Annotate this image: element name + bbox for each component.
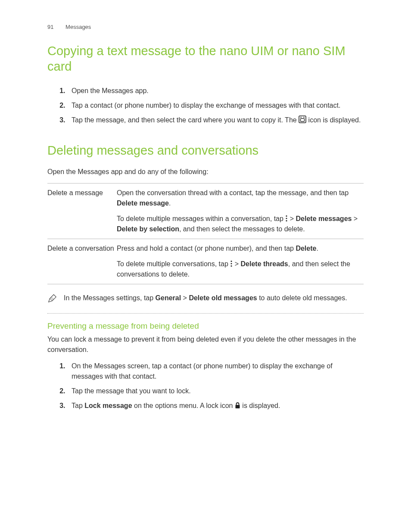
cell-paragraph: Press and hold a contact (or phone numbe… — [117, 243, 361, 254]
row-content: Press and hold a contact (or phone numbe… — [117, 239, 364, 284]
step-item: Tap Lock message on the options menu. A … — [67, 401, 364, 411]
cell-paragraph: To delete multiple messages within a con… — [117, 214, 361, 234]
step-item: Tap a contact (or phone number) to displ… — [67, 100, 364, 111]
svg-point-6 — [286, 220, 287, 221]
svg-point-4 — [286, 215, 287, 217]
svg-point-8 — [231, 263, 232, 264]
svg-point-9 — [231, 265, 232, 267]
steps-prevent-delete: On the Messages screen, tap a contact (o… — [47, 361, 364, 411]
table-row: Delete a conversation Press and hold a c… — [47, 239, 364, 284]
note-text: In the Messages settings, tap General > … — [64, 293, 347, 303]
svg-rect-10 — [235, 405, 240, 408]
note-block: In the Messages settings, tap General > … — [47, 293, 364, 314]
intro-text: You can lock a message to prevent it fro… — [47, 334, 364, 355]
sim-card-icon — [299, 115, 306, 123]
pencil-icon — [47, 293, 64, 306]
svg-rect-2 — [300, 117, 302, 117]
page-number: 91 — [47, 24, 53, 30]
cell-paragraph: Open the conversation thread with a cont… — [117, 188, 361, 208]
deletion-table: Delete a message Open the conversation t… — [47, 183, 364, 284]
row-label: Delete a message — [47, 183, 117, 239]
svg-point-7 — [231, 261, 232, 262]
step-text: icon is displayed. — [308, 116, 361, 124]
step-item: Open the Messages app. — [67, 86, 364, 96]
step-item: Tap the message that you want to lock. — [67, 386, 364, 396]
heading-deleting: Deleting messages and conversations — [47, 143, 364, 158]
table-row: Delete a message Open the conversation t… — [47, 183, 364, 239]
heading-prevent-delete: Preventing a message from being deleted — [47, 321, 364, 331]
svg-rect-3 — [303, 117, 305, 117]
lock-icon — [235, 402, 240, 409]
step-text: Tap the message, and then select the car… — [72, 116, 299, 124]
cell-paragraph: To delete multiple conversations, tap > … — [117, 259, 361, 280]
row-content: Open the conversation thread with a cont… — [117, 183, 364, 239]
section-name: Messages — [65, 24, 91, 30]
svg-point-5 — [286, 218, 287, 219]
document-page: 91 Messages Copying a text message to th… — [0, 0, 411, 441]
intro-text: Open the Messages app and do any of the … — [47, 167, 364, 177]
step-item: On the Messages screen, tap a contact (o… — [67, 361, 364, 382]
heading-copy-to-sim: Copying a text message to the nano UIM o… — [47, 43, 364, 75]
row-label: Delete a conversation — [47, 239, 117, 284]
svg-rect-1 — [301, 118, 305, 121]
step-item: Tap the message, and then select the car… — [67, 115, 364, 125]
page-header: 91 Messages — [47, 24, 364, 30]
steps-copy-to-sim: Open the Messages app. Tap a contact (or… — [47, 86, 364, 125]
